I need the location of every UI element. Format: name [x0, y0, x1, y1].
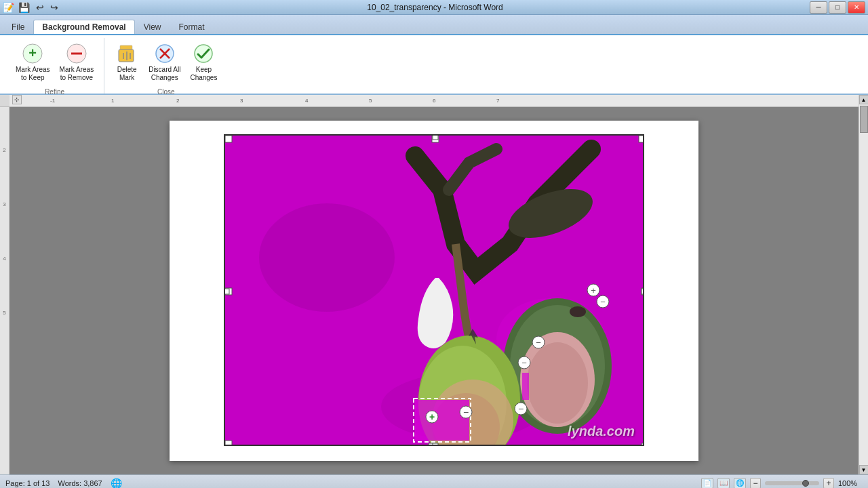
vruler-5: 5 [0, 310, 9, 316]
window-title: 10_02_transparency - Microsoft Word [60, 3, 810, 12]
delete-mark-label: DeleteMark [117, 66, 137, 82]
document-scroll-area[interactable]: + − − [9, 107, 859, 474]
top-ruler: -1 1 2 3 4 5 6 7 ⊹ [9, 95, 859, 107]
view-web-button[interactable]: 🌐 [734, 478, 746, 489]
zoom-slider-thumb[interactable] [802, 480, 809, 487]
ruler-tick-1: 1 [111, 98, 114, 104]
mark-keep-icon: + [22, 43, 43, 64]
svg-point-22 [570, 306, 586, 317]
svg-text:−: − [521, 358, 527, 368]
svg-text:+: + [591, 285, 596, 296]
discard-all-icon [154, 43, 176, 64]
status-bar-right: 📄 📖 🌐 − + 100% [701, 478, 863, 489]
discard-all-changes-button[interactable]: Discard AllChanges [145, 41, 184, 84]
ruler-tick-4: 4 [305, 98, 308, 104]
mark-areas-to-remove-button[interactable]: Mark Areasto Remove [56, 41, 98, 84]
scroll-up-button[interactable]: ▲ [859, 95, 869, 104]
zoom-out-button[interactable]: − [750, 478, 761, 489]
svg-text:−: − [518, 403, 524, 414]
ruler-tick-neg1: -1 [50, 98, 55, 104]
svg-rect-35 [225, 136, 232, 142]
svg-rect-37 [639, 136, 644, 142]
svg-text:−: − [600, 297, 606, 307]
close-buttons: DeleteMark Discard AllChanges [111, 41, 220, 84]
svg-rect-44 [225, 289, 229, 294]
svg-rect-55 [522, 373, 529, 400]
page-count: Page: 1 of 13 [5, 479, 50, 487]
tab-view[interactable]: View [135, 20, 170, 34]
zoom-level: 100% [838, 479, 863, 487]
refine-buttons: + Mark Areasto Keep Mark Areasto Remove [12, 41, 97, 84]
ribbon-group-close: DeleteMark Discard AllChanges [104, 38, 227, 94]
status-bar: Page: 1 of 13 Words: 3,867 🌐 📄 📖 🌐 − + 1… [0, 474, 868, 488]
svg-rect-40 [225, 441, 232, 446]
background-removal-canvas: + − − [225, 136, 644, 446]
qa-save[interactable]: 💾 [16, 1, 32, 14]
word-count: Words: 3,867 [58, 479, 102, 487]
svg-text:+: + [429, 411, 435, 422]
keep-changes-label: KeepChanges [190, 66, 217, 82]
vertical-scrollbar[interactable]: ▲ ▼ [859, 95, 868, 474]
delete-mark-button[interactable]: DeleteMark [111, 41, 142, 84]
scroll-thumb[interactable] [860, 106, 868, 133]
svg-text:−: − [463, 407, 469, 418]
svg-rect-46 [433, 443, 438, 446]
ruler-tick-6: 6 [433, 98, 435, 104]
view-normal-button[interactable]: 📄 [701, 478, 713, 489]
image-with-background-removal[interactable]: + − − [224, 134, 644, 446]
svg-rect-27 [415, 400, 469, 441]
window-controls: ─ □ ✕ [810, 1, 865, 14]
qa-undo[interactable]: ↩ [34, 1, 46, 14]
svg-text:+: + [28, 45, 37, 60]
svg-rect-4 [120, 45, 132, 49]
ribbon: Picture Tools File Background Removal Vi… [0, 15, 868, 95]
ribbon-group-refine: + Mark Areasto Keep Mark Areasto Remove [5, 38, 104, 94]
tab-format[interactable]: Format [170, 20, 214, 34]
mark-keep-label: Mark Areasto Keep [16, 66, 50, 82]
svg-rect-43 [433, 136, 438, 140]
ruler-tick-5: 5 [369, 98, 372, 104]
vruler-3: 3 [0, 202, 9, 207]
tab-file[interactable]: File [3, 20, 33, 34]
ruler-tick-3: 3 [240, 98, 243, 104]
keep-changes-button[interactable]: KeepChanges [186, 41, 220, 84]
svg-text:−: − [536, 338, 541, 348]
svg-rect-45 [642, 289, 644, 294]
mark-remove-label: Mark Areasto Remove [60, 66, 94, 82]
close-button[interactable]: ✕ [848, 1, 865, 14]
svg-point-14 [259, 203, 395, 312]
minimize-button[interactable]: ─ [810, 1, 827, 14]
tab-background-removal[interactable]: Background Removal [33, 20, 134, 34]
scroll-down-button[interactable]: ▼ [859, 465, 869, 474]
qa-redo[interactable]: ↪ [48, 1, 60, 14]
word-icon: 📝 [3, 2, 14, 13]
ruler-tick-2: 2 [176, 98, 179, 104]
vruler-4: 4 [0, 256, 9, 262]
mark-remove-icon [66, 43, 87, 64]
ribbon-content: + Mark Areasto Keep Mark Areasto Remove [0, 35, 868, 95]
maximize-button[interactable]: □ [829, 1, 846, 14]
vruler-2: 2 [0, 148, 9, 153]
keep-changes-icon [193, 43, 214, 64]
title-bar: 📝 💾 ↩ ↪ 10_02_transparency - Microsoft W… [0, 0, 868, 15]
mark-areas-to-keep-button[interactable]: + Mark Areasto Keep [12, 41, 54, 84]
svg-rect-42 [642, 443, 644, 446]
title-bar-left: 📝 💾 ↩ ↪ [3, 1, 60, 14]
svg-point-21 [527, 342, 588, 424]
document-page: + − − [170, 121, 698, 461]
scroll-track[interactable] [859, 104, 869, 465]
discard-all-label: Discard AllChanges [149, 66, 180, 82]
zoom-in-button[interactable]: + [823, 478, 834, 489]
view-reading-button[interactable]: 📖 [717, 478, 730, 489]
ruler-tick-7: 7 [496, 98, 499, 104]
left-sidebar: 2 3 4 5 [0, 95, 9, 474]
zoom-slider[interactable] [765, 481, 819, 485]
language-icon[interactable]: 🌐 [111, 478, 122, 489]
svg-rect-5 [119, 49, 134, 62]
delete-mark-icon [116, 43, 138, 64]
ruler-corner[interactable]: ⊹ [12, 95, 22, 104]
